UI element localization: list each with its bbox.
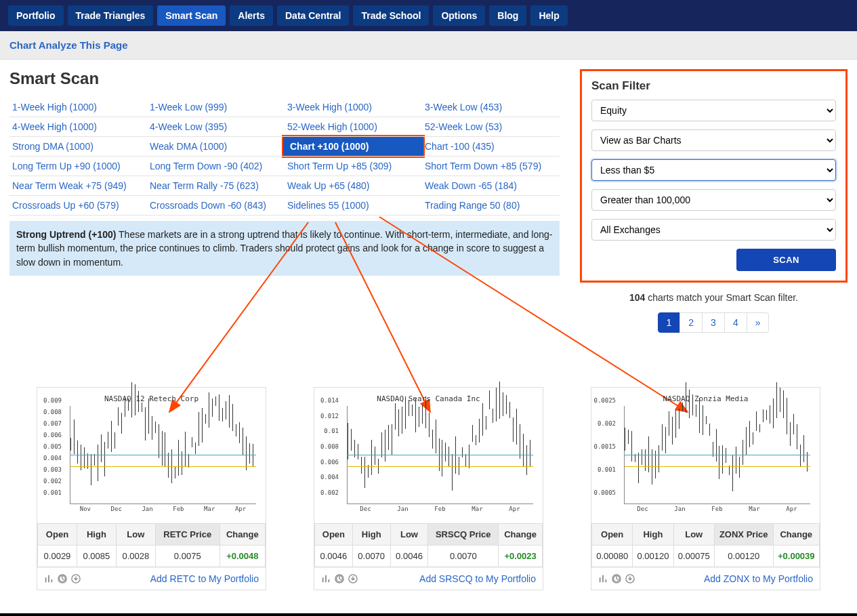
category-link[interactable]: Weak DMA (1000): [150, 141, 227, 152]
add-portfolio-link[interactable]: Add ZONX to My Portfolio: [704, 573, 813, 584]
clock-icon[interactable]: [58, 574, 67, 583]
scan-filter-heading: Scan Filter: [591, 79, 836, 93]
nav-smart-scan[interactable]: Smart Scan: [157, 5, 226, 26]
pager-page-2[interactable]: 2: [680, 312, 703, 333]
category-link[interactable]: Near Term Rally -75 (623): [150, 180, 259, 191]
filter-select-0[interactable]: Equity: [591, 100, 836, 121]
footer-band: [0, 613, 857, 616]
chart-cards-row: NASDAQ 12 Retech Corp0.0090.0080.0070.00…: [9, 387, 848, 604]
download-icon[interactable]: [348, 574, 358, 583]
bar-chart-icon[interactable]: [44, 574, 54, 583]
bar-chart-icon[interactable]: [321, 574, 331, 583]
filter-select-4[interactable]: All Exchanges: [591, 219, 836, 241]
chart-plot: [70, 406, 256, 504]
category-link[interactable]: Weak Down -65 (184): [425, 180, 517, 191]
download-icon[interactable]: [625, 574, 635, 583]
chart-card-0: NASDAQ 12 Retech Corp0.0090.0080.0070.00…: [37, 387, 266, 590]
nav-alerts[interactable]: Alerts: [230, 5, 273, 26]
category-link[interactable]: 3-Week High (1000): [287, 102, 372, 112]
chart-card-2: NASDAQ Zonzia Media0.00250.0020.00150.00…: [591, 387, 820, 590]
scan-button[interactable]: SCAN: [736, 249, 836, 271]
pager-page-1[interactable]: 1: [658, 312, 681, 333]
nav-portfolio[interactable]: Portfolio: [8, 5, 64, 26]
category-link[interactable]: Chart -100 (435): [425, 141, 495, 152]
filter-select-2[interactable]: Less than $5: [591, 159, 836, 181]
category-link[interactable]: 4-Week Low (395): [150, 121, 227, 132]
category-link[interactable]: Trading Range 50 (80): [425, 200, 520, 211]
nav-trade-school[interactable]: Trade School: [353, 5, 429, 26]
match-count-text: 104 charts match your Smart Scan filter.: [580, 292, 848, 303]
category-link[interactable]: Crossroads Down -60 (843): [150, 200, 266, 211]
top-nav: PortfolioTrade TrianglesSmart ScanAlerts…: [0, 0, 857, 31]
nav-data-central[interactable]: Data Central: [277, 5, 349, 26]
category-link[interactable]: 1-Week Low (999): [150, 102, 227, 112]
price-table: OpenHighLowSRSCQ PriceChange0.00460.0070…: [314, 523, 543, 567]
category-link-highlighted[interactable]: Chart +100 (1000): [282, 135, 425, 158]
chart-plot: [624, 406, 810, 504]
add-portfolio-link[interactable]: Add RETC to My Portfolio: [150, 573, 259, 584]
pager-next[interactable]: »: [747, 312, 770, 333]
chart-card-1: NASDAQ Sears Canada Inc0.0140.0120.010.0…: [314, 387, 543, 590]
category-link[interactable]: 52-Week Low (53): [425, 121, 502, 132]
nav-trade-triangles[interactable]: Trade Triangles: [68, 5, 154, 26]
category-link[interactable]: Long Term Down -90 (402): [150, 161, 262, 171]
category-link[interactable]: Strong DMA (1000): [12, 141, 93, 152]
nav-help[interactable]: Help: [530, 5, 567, 26]
category-link[interactable]: 1-Week High (1000): [12, 102, 97, 112]
description-box: Strong Uptrend (+100) These markets are …: [9, 221, 560, 276]
add-portfolio-link[interactable]: Add SRSCQ to My Portfolio: [419, 573, 536, 584]
category-link[interactable]: Short Term Down +85 (579): [425, 161, 541, 171]
category-link[interactable]: 52-Week High (1000): [287, 121, 377, 132]
category-link[interactable]: Sidelines 55 (1000): [287, 200, 369, 211]
category-link[interactable]: Weak Up +65 (480): [287, 180, 370, 191]
bar-chart-icon[interactable]: [598, 574, 608, 583]
nav-options[interactable]: Options: [433, 5, 485, 26]
pagination: 1234»: [580, 312, 848, 333]
pager-page-4[interactable]: 4: [724, 312, 747, 333]
scan-filter-panel: Scan Filter EquityView as Bar ChartsLess…: [580, 69, 848, 283]
chart-analyze-link[interactable]: Chart Analyze This Page: [9, 39, 128, 51]
sub-toolbar: Chart Analyze This Page: [0, 31, 857, 60]
category-link[interactable]: 3-Week Low (453): [425, 102, 502, 112]
clock-icon[interactable]: [612, 574, 621, 583]
category-link[interactable]: 4-Week High (1000): [12, 121, 97, 132]
category-link[interactable]: Long Term Up +90 (1000): [12, 161, 121, 171]
clock-icon[interactable]: [335, 574, 344, 583]
match-suffix: charts match your Smart Scan filter.: [645, 292, 798, 303]
nav-blog[interactable]: Blog: [489, 5, 526, 26]
category-link[interactable]: Near Term Weak +75 (949): [12, 180, 127, 191]
chart-plot: [347, 406, 533, 504]
filter-select-1[interactable]: View as Bar Charts: [591, 129, 836, 151]
filter-select-3[interactable]: Greater than 100,000: [591, 189, 836, 211]
price-table: OpenHighLowZONX PriceChange0.000800.0012…: [591, 523, 820, 567]
category-table: 1-Week High (1000)1-Week Low (999)3-Week…: [9, 98, 560, 215]
description-title: Strong Uptrend (+100): [16, 229, 116, 240]
download-icon[interactable]: [71, 574, 81, 583]
pager-page-3[interactable]: 3: [702, 312, 725, 333]
page-title: Smart Scan: [9, 69, 560, 88]
category-link[interactable]: Crossroads Up +60 (579): [12, 200, 119, 211]
match-count: 104: [629, 292, 645, 303]
category-link[interactable]: Short Term Up +85 (309): [287, 161, 392, 171]
price-table: OpenHighLowRETC PriceChange0.00290.00850…: [37, 523, 266, 567]
